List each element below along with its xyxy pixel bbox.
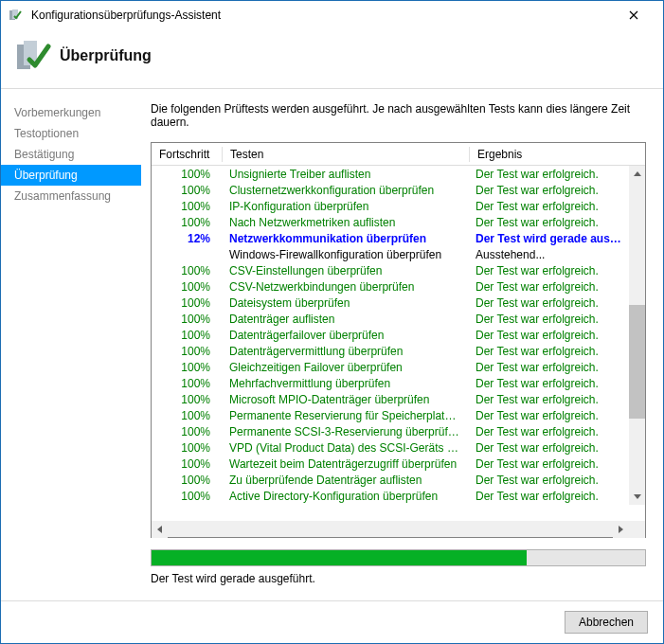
tests-table: Fortschritt Testen Ergebnis 100%Unsignie… — [151, 142, 646, 538]
progressbar-fill — [152, 550, 527, 565]
cell-result: Der Test war erfolgreich. — [468, 361, 629, 374]
scroll-left-button[interactable] — [152, 522, 168, 538]
col-progress[interactable]: Fortschritt — [152, 144, 222, 165]
wizard-window: Konfigurationsüberprüfungs-Assistent Übe… — [0, 0, 664, 644]
cell-result: Der Test war erfolgreich. — [468, 264, 629, 277]
sidebar-item-1[interactable]: Testoptionen — [1, 123, 141, 144]
table-row[interactable]: 100%Mehrfachvermittlung überprüfenDer Te… — [152, 375, 629, 391]
cell-test: CSV-Netzwerkbindungen überprüfen — [222, 280, 468, 294]
cell-test: Gleichzeitigen Failover überprüfen — [222, 361, 468, 374]
cell-progress: 100% — [152, 474, 222, 487]
table-row[interactable]: 100%VPD (Vital Product Data) des SCSI-Ge… — [152, 439, 629, 456]
cell-progress: 100% — [152, 200, 222, 213]
cell-result: Der Test war erfolgreich. — [468, 329, 629, 342]
cell-test: Dateisystem überprüfen — [222, 296, 468, 310]
cell-result: Der Test war erfolgreich. — [468, 200, 629, 213]
col-test[interactable]: Testen — [223, 144, 469, 165]
table-row[interactable]: 100%Permanente SCSI-3-Reservierung überp… — [152, 423, 629, 439]
table-row[interactable]: 100%Wartezeit beim Datenträgerzugriff üb… — [152, 456, 629, 472]
table-row[interactable]: 100%Datenträger auflistenDer Test war er… — [152, 311, 629, 327]
sidebar-item-2[interactable]: Bestätigung — [1, 144, 141, 165]
cell-progress: 100% — [152, 409, 222, 422]
table-row[interactable]: 100%IP-Konfiguration überprüfenDer Test … — [152, 198, 629, 214]
cell-progress: 100% — [152, 377, 222, 390]
sidebar-item-0[interactable]: Vorbemerkungen — [1, 102, 141, 123]
cell-progress: 100% — [152, 280, 222, 294]
cell-result: Der Test war erfolgreich. — [468, 490, 629, 503]
table-row[interactable]: 100%Unsignierte Treiber auflistenDer Tes… — [152, 166, 629, 182]
wizard-body: VorbemerkungenTestoptionenBestätigungÜbe… — [1, 89, 663, 600]
cell-test: Windows-Firewallkonfiguration überprüfen — [222, 248, 468, 261]
cell-progress: 12% — [152, 232, 222, 245]
table-row[interactable]: Windows-Firewallkonfiguration überprüfen… — [152, 246, 629, 262]
table-row[interactable]: 100%Gleichzeitigen Failover überprüfenDe… — [152, 359, 629, 375]
sidebar-item-3[interactable]: Überprüfung — [1, 165, 141, 186]
cell-test: CSV-Einstellungen überprüfen — [222, 264, 468, 277]
cell-progress: 100% — [152, 329, 222, 342]
cell-progress: 100% — [152, 457, 222, 471]
cell-test: Clusternetzwerkkonfiguration überprüfen — [222, 184, 468, 197]
wizard-step-title: Überprüfung — [60, 47, 152, 64]
cancel-button[interactable]: Abbrechen — [565, 611, 648, 634]
cell-test: Nach Netzwerkmetriken auflisten — [222, 216, 468, 229]
cell-result: Der Test war erfolgreich. — [468, 377, 629, 390]
vscroll-track[interactable] — [629, 182, 645, 489]
wizard-header: Überprüfung — [1, 29, 663, 88]
table-row[interactable]: 100%Datenträgervermittlung überprüfenDer… — [152, 343, 629, 359]
cell-test: Datenträgervermittlung überprüfen — [222, 345, 468, 358]
cell-progress: 100% — [152, 361, 222, 374]
horizontal-scrollbar[interactable] — [152, 521, 645, 537]
table-row[interactable]: 100%Clusternetzwerkkonfiguration überprü… — [152, 182, 629, 198]
cell-progress: 100% — [152, 168, 222, 181]
cell-progress: 100% — [152, 264, 222, 277]
cell-result: Der Test war erfolgreich. — [468, 313, 629, 326]
cell-progress: 100% — [152, 441, 222, 455]
app-icon — [9, 8, 24, 23]
cell-result: Der Test war erfolgreich. — [468, 409, 629, 422]
cell-test: IP-Konfiguration überprüfen — [222, 200, 468, 213]
cell-progress: 100% — [152, 184, 222, 197]
table-row[interactable]: 100%Nach Netzwerkmetriken auflistenDer T… — [152, 214, 629, 230]
scroll-down-button[interactable] — [629, 489, 645, 505]
titlebar: Konfigurationsüberprüfungs-Assistent — [1, 1, 663, 29]
scroll-right-button[interactable] — [613, 522, 629, 538]
table-row[interactable]: 100%Permanente Reservierung für Speicher… — [152, 407, 629, 423]
cell-result: Der Test war erfolgreich. — [468, 441, 629, 455]
close-button[interactable] — [612, 1, 655, 29]
scroll-corner — [629, 522, 645, 538]
cell-progress: 100% — [152, 296, 222, 310]
table-row[interactable]: 100%Datenträgerfailover überprüfenDer Te… — [152, 327, 629, 343]
table-row[interactable]: 12%Netzwerkkommunikation überprüfenDer T… — [152, 230, 629, 246]
table-row[interactable]: 100%Active Directory-Konfiguration überp… — [152, 488, 629, 504]
cell-result: Ausstehend... — [468, 248, 629, 261]
cell-result: Der Test war erfolgreich. — [468, 216, 629, 229]
instruction-text: Die folgenden Prüftests werden ausgeführ… — [151, 102, 646, 129]
cell-progress: 100% — [152, 393, 222, 406]
vertical-scrollbar[interactable] — [629, 166, 645, 505]
cell-test: Active Directory-Konfiguration überprüfe… — [222, 490, 468, 503]
overall-progressbar — [151, 549, 646, 566]
sidebar-item-4[interactable]: Zusammenfassung — [1, 186, 141, 206]
wizard-step-icon — [14, 37, 52, 75]
cell-test: Netzwerkkommunikation überprüfen — [222, 232, 468, 245]
table-row[interactable]: 100%CSV-Einstellungen überprüfenDer Test… — [152, 262, 629, 278]
cell-test: Zu überprüfende Datenträger auflisten — [222, 474, 468, 487]
col-result[interactable]: Ergebnis — [470, 144, 645, 165]
cell-result: Der Test war erfolgreich. — [468, 345, 629, 358]
table-row[interactable]: 100%Dateisystem überprüfenDer Test war e… — [152, 295, 629, 311]
cell-progress: 100% — [152, 490, 222, 503]
scroll-up-button[interactable] — [629, 166, 645, 182]
sidebar: VorbemerkungenTestoptionenBestätigungÜbe… — [1, 89, 141, 600]
cell-result: Der Test war erfolgreich. — [468, 393, 629, 406]
cell-test: VPD (Vital Product Data) des SCSI-Geräts… — [222, 441, 468, 455]
vscroll-thumb[interactable] — [629, 305, 645, 419]
cell-test: Microsoft MPIO-Datenträger überprüfen — [222, 393, 468, 406]
cell-progress: 100% — [152, 313, 222, 326]
table-row[interactable]: 100%Microsoft MPIO-Datenträger überprüfe… — [152, 391, 629, 407]
progress-caption: Der Test wird gerade ausgeführt. — [151, 572, 646, 585]
cell-test: Mehrfachvermittlung überprüfen — [222, 377, 468, 390]
table-header: Fortschritt Testen Ergebnis — [152, 143, 645, 166]
cell-result: Der Test wird gerade ausge — [468, 232, 629, 245]
table-row[interactable]: 100%CSV-Netzwerkbindungen überprüfenDer … — [152, 278, 629, 295]
table-row[interactable]: 100%Zu überprüfende Datenträger aufliste… — [152, 472, 629, 488]
